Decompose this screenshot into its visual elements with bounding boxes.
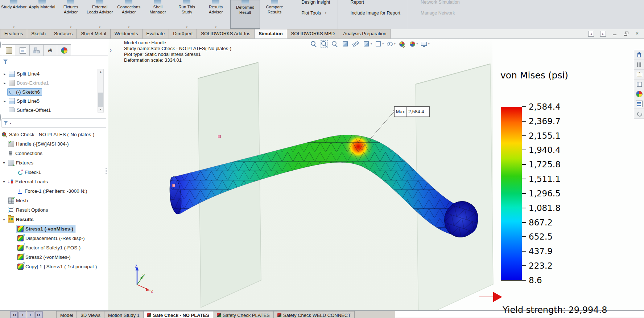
max-annotation[interactable]: Max 2,584.4 [394, 106, 430, 117]
design-library-icon[interactable] [634, 70, 644, 80]
display-style-icon[interactable]: ▾ [375, 40, 384, 48]
tab-safe-check-no-plates[interactable]: Safe Check - NO PLATES [143, 311, 213, 318]
sim-handle[interactable]: Handle (-[SW]AISI 304-) [0, 139, 107, 148]
run-this-study-button[interactable]: Run This Study ▾ [172, 0, 201, 29]
scroll-down-icon[interactable]: ▼ [98, 107, 103, 112]
sim-mesh[interactable]: Mesh [0, 196, 107, 205]
expand-caret-icon[interactable]: ▸ [2, 99, 7, 103]
network-simulation-button[interactable]: Network Simulation [412, 0, 464, 8]
tab-solidworks-mbd[interactable]: SOLIDWORKS MBD [287, 29, 339, 38]
scroll-up-icon[interactable]: ▲ [98, 69, 103, 74]
view-orientation-icon[interactable]: ▾ [363, 40, 372, 48]
featuremanager-tab[interactable] [2, 44, 16, 56]
compare-results-button[interactable]: Compare Results [260, 0, 289, 29]
zoom-to-fit-icon[interactable] [310, 40, 318, 48]
deformed-result-button[interactable]: Deformed Result [230, 0, 260, 29]
tab-simulation[interactable]: Simulation [254, 29, 287, 38]
tab-3d-views[interactable]: 3D Views [77, 311, 104, 318]
tab-features[interactable]: Features [0, 29, 27, 38]
sim-study-root[interactable]: Safe Check - NO PLATES (-No plates-) [0, 130, 107, 139]
tree-item-boss-extrude1[interactable]: ▸ Boss-Extrude1 [0, 78, 97, 87]
sim-stress1[interactable]: Stress1 (-vonMises-) [0, 224, 107, 233]
tree-filter[interactable] [3, 58, 8, 66]
tab-motion-study-1[interactable]: Motion Study 1 [104, 311, 144, 318]
sim-result-options[interactable]: Result Options [0, 205, 107, 215]
chevron-down-icon[interactable]: ▾ [428, 42, 430, 45]
chevron-down-icon[interactable]: ▾ [417, 42, 418, 45]
chevron-down-icon[interactable]: ▾ [394, 42, 396, 45]
dimxpertmanager-tab[interactable] [43, 44, 57, 56]
sketch-point-marker[interactable] [172, 184, 175, 187]
sim-stress2[interactable]: Stress2 (-vonMises-) [0, 252, 107, 262]
tab-solidworks-add-ins[interactable]: SOLIDWORKS Add-Ins [197, 29, 255, 38]
expand-caret-icon[interactable]: ▾ [1, 161, 7, 165]
sim-fixed-1[interactable]: Fixed-1 [0, 167, 107, 177]
edit-appearance-icon[interactable] [398, 40, 406, 48]
close-icon[interactable]: × [635, 31, 640, 36]
collapse-pane-left-icon[interactable]: ◂ [588, 31, 594, 37]
chevron-down-icon[interactable]: ▾ [383, 42, 384, 45]
measure-icon[interactable] [352, 40, 360, 48]
previous-study-tab-icon[interactable]: ◂ [18, 311, 26, 318]
design-insight-button[interactable]: Design Insight [293, 0, 334, 8]
tab-weldments[interactable]: Weldments [110, 29, 143, 38]
graphics-area[interactable]: Z Y X Model name:HandleStudy name:Safe C… [108, 39, 644, 310]
tab-surfaces[interactable]: Surfaces [50, 29, 77, 38]
sim-connections[interactable]: Connections [0, 148, 107, 158]
solidworks-resources-icon[interactable] [634, 60, 644, 70]
tab-model[interactable]: Model [56, 311, 77, 318]
sim-displacement1[interactable]: Displacement1 (-Res disp-) [0, 233, 107, 243]
expand-caret-icon[interactable]: ▾ [1, 217, 7, 221]
section-view-icon[interactable] [342, 40, 350, 48]
last-study-tab-icon[interactable]: ▸▸ [35, 311, 43, 318]
expand-caret-icon[interactable]: ▸ [2, 81, 7, 85]
collapse-pane-right-icon[interactable]: ▸ [600, 31, 606, 37]
panel-edge-grip[interactable] [106, 167, 107, 175]
fixtures-advisor-button[interactable]: Fixtures Advisor ▾ [56, 0, 85, 29]
apply-material-button[interactable]: Apply Material [28, 0, 56, 29]
home-icon[interactable] [634, 50, 644, 60]
study-advisor-button[interactable]: Study Advisor ▾ [0, 0, 28, 29]
tab-analysis-preparation[interactable]: Analysis Preparation [339, 29, 391, 38]
tree-item-split-line4[interactable]: ▸ Split Line4 [0, 69, 97, 78]
tab-safety-check-plates[interactable]: Safety Check PLATES [213, 311, 274, 318]
scrollbar-thumb[interactable] [98, 93, 103, 107]
tab-sketch[interactable]: Sketch [27, 29, 50, 38]
zoom-to-area-icon[interactable] [321, 40, 329, 48]
sim-results-folder[interactable]: ▾ Results [0, 215, 107, 224]
sim-copy1-stress1[interactable]: Copy[ 1 ] Stress1 (-1st principal-) [0, 262, 107, 271]
custom-properties-icon[interactable] [634, 99, 644, 109]
tab-sheet-metal[interactable]: Sheet Metal [77, 29, 110, 38]
configurationmanager-tab[interactable] [29, 44, 44, 56]
restore-icon[interactable] [623, 31, 628, 36]
include-image-for-report-button[interactable]: Include Image for Report [342, 8, 404, 19]
displaymanager-tab[interactable] [57, 44, 71, 56]
results-advisor-button[interactable]: Results Advisor ▾ [201, 0, 230, 29]
propertymanager-tab[interactable] [16, 44, 30, 56]
connections-advisor-button[interactable]: Connections Advisor ▾ [114, 0, 143, 29]
tab-safety-check-weld-connect[interactable]: Safety Check WELD CONNECT [273, 311, 355, 318]
previous-view-icon[interactable] [331, 40, 339, 48]
manage-network-button[interactable]: Manage Network [412, 8, 464, 19]
shell-manager-button[interactable]: Shell Manager [143, 0, 172, 29]
feature-tree-scrollbar[interactable]: ▲ ▼ [98, 69, 104, 113]
appearances-scenes-icon[interactable] [634, 89, 644, 99]
expand-caret-icon[interactable]: ▾ [1, 180, 7, 184]
simulation-tree-filter[interactable]: ▾ [1, 118, 106, 128]
sim-factor-of-safety1[interactable]: Factor of Safety1 (-FOS-) [0, 243, 107, 252]
hide-show-items-icon[interactable]: ▾ [386, 40, 396, 48]
sketch-point-marker[interactable] [218, 135, 221, 138]
view-settings-icon[interactable]: ▾ [420, 40, 430, 48]
sim-external-loads[interactable]: ▾ External Loads [0, 177, 107, 186]
tree-item-surface-offset1[interactable]: Surface-Offset1 [0, 106, 97, 112]
plot-tools-button[interactable]: Plot Tools ▾ [293, 8, 334, 19]
chevron-down-icon[interactable]: ▾ [371, 42, 372, 45]
external-loads-advisor-button[interactable]: External Loads Advisor ▾ [85, 0, 114, 29]
first-study-tab-icon[interactable]: ◂◂ [10, 311, 18, 318]
sim-force-1[interactable]: Force-1 (:Per item: -3000 N:) [0, 186, 107, 196]
apply-scene-icon[interactable]: ▾ [409, 40, 418, 48]
tree-item-split-line5[interactable]: ▸ Split Line5 [0, 97, 97, 106]
tab-dimxpert[interactable]: DimXpert [169, 29, 197, 38]
expand-caret-icon[interactable]: ▸ [2, 72, 7, 76]
flyout-expand-icon[interactable]: › [110, 47, 112, 53]
